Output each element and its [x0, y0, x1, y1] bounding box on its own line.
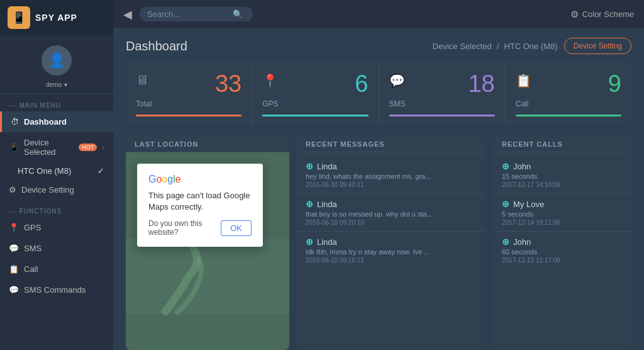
sidebar-item-device-setting[interactable]: ⚙ Device Setting: [0, 179, 113, 200]
google-logo: Google: [148, 174, 252, 185]
page-title: Dashboard: [126, 39, 187, 54]
stat-total: 🖥 33 Total: [126, 60, 252, 124]
main-menu-label: --- MAIN MENU: [0, 94, 113, 111]
calls-panel: RECENT CALLS ⊕ John 15 seconds 2017-12-1…: [493, 134, 631, 350]
search-box[interactable]: 🔍: [140, 7, 253, 21]
main-content: ◀ 🔍 ⚙ Color Scheme Dashboard Device Sele…: [113, 0, 644, 350]
call-time-1: 2017-12-14 19:11:06: [502, 219, 623, 226]
color-scheme-icon: ⚙: [570, 9, 579, 20]
call-stat-label: Call: [516, 99, 621, 108]
panels-row: LAST LOCATION Google This page can't loa…: [126, 134, 631, 350]
message-time-1: 2016-06-10 09:20:10: [306, 219, 477, 226]
check-icon: ✓: [97, 166, 104, 176]
messages-list: ⊕ Linda hey lind, whats the assignment m…: [297, 152, 486, 350]
message-plus-icon-2: ⊕: [306, 237, 313, 247]
total-label: Total: [136, 99, 242, 108]
device-setting-label: Device Setting: [21, 185, 74, 195]
sidebar-item-device-selected[interactable]: 📱 Device Selected HOT ›: [0, 132, 113, 162]
logo-icon: 📱: [8, 6, 30, 29]
sms-commands-label: SMS Commands: [24, 285, 86, 295]
message-item-1[interactable]: ⊕ Linda that boy is so messed up. why dn…: [297, 194, 486, 232]
total-value: 33: [215, 72, 242, 96]
call-item-1[interactable]: ⊕ My Love 5 seconds 2017-12-14 19:11:06: [493, 194, 631, 232]
call-icon: 📋: [9, 264, 19, 274]
topbar: ◀ 🔍 ⚙ Color Scheme: [113, 0, 644, 29]
call-label: Call: [24, 264, 38, 274]
logo-text: SPY APP: [35, 13, 77, 23]
sms-label: SMS: [24, 244, 42, 253]
gps-bar: [262, 115, 368, 116]
back-button[interactable]: ◀: [123, 8, 132, 21]
svg-rect-1: [126, 239, 289, 314]
username-text: demo: [46, 81, 62, 88]
sidebar-item-sms-commands[interactable]: 💬 SMS Commands: [0, 279, 113, 300]
call-plus-icon-2: ⊕: [502, 237, 509, 247]
map-dialog-question: Do you own this website?: [148, 219, 221, 237]
call-item-2[interactable]: ⊕ John 60 seconds 2017-12-13 12:17:06: [493, 232, 631, 269]
messages-panel: RECENT MESSAGES ⊕ Linda hey lind, whats …: [297, 134, 486, 350]
breadcrumb: Device Selected / HTC One (M8): [433, 42, 558, 51]
message-item-2[interactable]: ⊕ Linda ldk tbh, imma try n stay away no…: [297, 232, 486, 269]
sidebar-item-gps[interactable]: 📍 GPS: [0, 217, 113, 238]
total-bar: [136, 115, 242, 116]
map-ok-button[interactable]: OK: [221, 220, 252, 236]
call-duration-0: 15 seconds: [502, 172, 623, 180]
message-sender-1: Linda: [317, 200, 337, 209]
call-sender-1: My Love: [513, 200, 544, 209]
avatar: 👤: [42, 45, 72, 76]
location-panel-header: LAST LOCATION: [126, 134, 289, 152]
sidebar-item-dashboard[interactable]: ⏱ Dashboard: [0, 111, 113, 132]
stats-row: 🖥 33 Total 📍 6 GPS 💬 18 SMS 📋: [126, 60, 631, 124]
dashboard-label: Dashboard: [24, 117, 67, 127]
dashboard-icon: ⏱: [11, 117, 19, 127]
breadcrumb-device-selected: Device Selected: [433, 42, 492, 51]
gps-icon: 📍: [9, 223, 19, 232]
total-icon: 🖥: [136, 73, 148, 88]
color-scheme-button[interactable]: ⚙ Color Scheme: [570, 9, 634, 20]
chevron-right-icon: ›: [102, 144, 104, 151]
calls-panel-header: RECENT CALLS: [493, 134, 631, 152]
call-sender-2: John: [513, 237, 531, 247]
message-sender-0: Linda: [317, 162, 337, 171]
sms-commands-icon: 💬: [9, 285, 19, 295]
message-text-0: hey lind, whats the assignment ms. gra..…: [306, 172, 477, 180]
username-label[interactable]: demo ▾: [46, 79, 67, 89]
call-duration-2: 60 seconds: [502, 248, 623, 256]
search-input[interactable]: [147, 9, 229, 19]
message-item-0[interactable]: ⊕ Linda hey lind, whats the assignment m…: [297, 156, 486, 194]
message-plus-icon-1: ⊕: [306, 199, 313, 209]
gps-label: GPS: [24, 223, 41, 232]
functions-label: --- FUNCTIONS: [0, 200, 113, 217]
color-scheme-label: Color Scheme: [582, 9, 634, 19]
call-duration-1: 5 seconds: [502, 210, 623, 218]
message-sender-2: Linda: [317, 237, 337, 247]
message-plus-icon-0: ⊕: [306, 161, 313, 171]
message-text-1: that boy is so messed up. why dnt u sta.…: [306, 210, 477, 218]
device-setting-button[interactable]: Device Setting: [564, 38, 631, 54]
call-bar: [516, 115, 621, 116]
device-selected-label: Device Selected: [24, 138, 72, 157]
device-selected-icon: 📱: [9, 143, 19, 152]
breadcrumb-separator: /: [497, 42, 499, 51]
sidebar-item-htc-one[interactable]: HTC One (M8) ✓: [0, 162, 113, 179]
sidebar-item-sms[interactable]: 💬 SMS: [0, 238, 113, 259]
map-dialog-footer: Do you own this website? OK: [148, 219, 252, 237]
gps-stat-icon: 📍: [262, 73, 278, 88]
call-item-0[interactable]: ⊕ John 15 seconds 2017-12-17 14:10:06: [493, 156, 631, 194]
calls-list: ⊕ John 15 seconds 2017-12-17 14:10:06 ⊕ …: [493, 152, 631, 350]
call-value: 9: [608, 72, 621, 96]
sidebar-item-call[interactable]: 📋 Call: [0, 259, 113, 279]
sms-icon: 💬: [9, 244, 19, 253]
sms-bar: [389, 115, 495, 116]
sms-value: 18: [468, 72, 494, 96]
sms-stat-label: SMS: [389, 99, 495, 108]
dropdown-arrow-icon: ▾: [64, 81, 67, 88]
call-time-2: 2017-12-13 12:17:06: [502, 257, 623, 264]
stat-call: 📋 9 Call: [506, 60, 631, 124]
call-sender-0: John: [513, 162, 531, 171]
call-stat-icon: 📋: [516, 73, 531, 88]
call-plus-icon-1: ⊕: [502, 199, 509, 209]
gear-icon: ⚙: [9, 185, 16, 195]
sidebar: 📱 SPY APP 👤 demo ▾ --- MAIN MENU ⏱ Dashb…: [0, 0, 113, 350]
hot-badge: HOT: [79, 144, 97, 151]
